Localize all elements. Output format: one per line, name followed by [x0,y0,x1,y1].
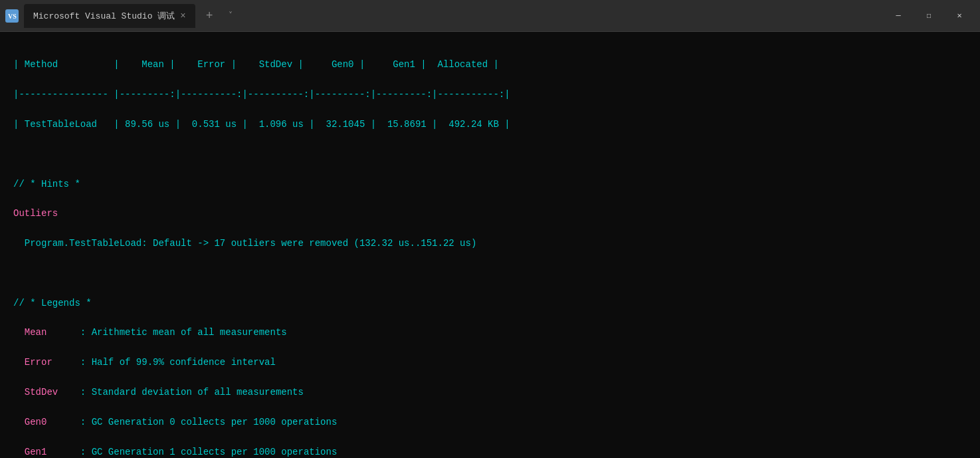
terminal-line: Program.TestTableLoad: Default -> 17 out… [13,236,967,251]
terminal-output: | Method | Mean | Error | StdDev | Gen0 … [0,32,980,458]
tab-dropdown-button[interactable]: ˅ [223,8,238,23]
tab-label: Microsoft Visual Studio 调试 [33,10,175,22]
titlebar: VS Microsoft Visual Studio 调试 × + ˅ — ☐ … [0,0,980,32]
terminal-line: Gen0 : GC Generation 0 collects per 1000… [13,415,967,429]
window-controls: — ☐ ✕ [883,5,975,27]
close-button[interactable]: ✕ [944,5,975,27]
terminal-line: Error : Half of 99.9% confidence interva… [13,355,967,370]
terminal-line: // * Hints * [13,177,967,191]
maximize-button[interactable]: ☐ [914,5,944,27]
new-tab-button[interactable]: + [201,7,219,25]
tab-close-button[interactable]: × [180,11,185,21]
terminal-line: Mean : Arithmetic mean of all measuremen… [13,325,967,340]
svg-text:VS: VS [8,13,17,20]
active-tab[interactable]: Microsoft Visual Studio 调试 × [24,4,195,28]
terminal-line: StdDev : Standard deviation of all measu… [13,385,967,400]
terminal-line [13,147,967,162]
terminal-line [13,266,967,281]
app-icon: VS [5,9,19,23]
terminal-line: |---------------- |---------:|----------… [13,87,967,102]
terminal-line: | TestTableLoad | 89.56 us | 0.531 us | … [13,117,967,132]
terminal-line: | Method | Mean | Error | StdDev | Gen0 … [13,57,967,72]
terminal-line: // * Legends * [13,296,967,310]
minimize-button[interactable]: — [883,5,914,27]
terminal-line: Outliers [13,206,967,221]
terminal-line: Gen1 : GC Generation 1 collects per 1000… [13,445,967,458]
